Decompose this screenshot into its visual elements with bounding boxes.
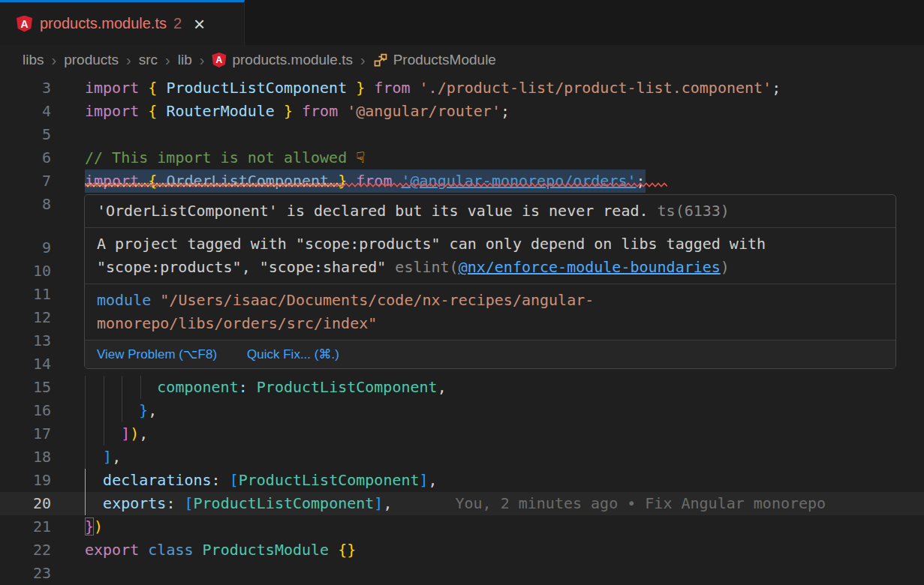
symbol-class-icon — [373, 52, 388, 68]
code-line-content[interactable]: // This import is not allowed ☟ — [85, 146, 924, 170]
indent-guide — [85, 446, 86, 469]
line-number[interactable]: 20 — [0, 492, 51, 515]
indent-guide — [104, 422, 104, 446]
breadcrumb-item-products[interactable]: products — [64, 52, 119, 68]
line-number[interactable]: 14 — [0, 352, 51, 376]
active-indent-guide — [85, 492, 86, 515]
breadcrumb-item-products-module-ts[interactable]: products.module.ts — [232, 52, 353, 68]
code-line-content[interactable] — [85, 123, 924, 146]
code-line-content[interactable]: component: ProductListComponent, — [85, 376, 924, 399]
code-line-content[interactable]: exports: [ProductListComponent],You, 2 m… — [85, 492, 924, 515]
breadcrumb-separator: › — [52, 52, 57, 69]
tab-title: products.module.ts — [40, 15, 167, 32]
breadcrumb-item-productsmodule[interactable]: ProductsModule — [393, 52, 496, 68]
line-number[interactable]: 13 — [0, 329, 51, 352]
code-line: 21}) — [0, 515, 924, 538]
indent-guide — [104, 376, 104, 399]
breadcrumb-item-libs[interactable]: libs — [23, 52, 44, 68]
line-number[interactable]: 18 — [0, 446, 51, 469]
code-line-content[interactable]: }, — [85, 399, 924, 422]
line-number[interactable]: 9 — [0, 236, 51, 260]
hover-message: 'OrderListComponent' is declared but its… — [85, 195, 895, 228]
breadcrumb-separator: › — [200, 52, 205, 69]
code-line: 23 — [0, 562, 924, 585]
indent-guide — [122, 376, 122, 399]
breadcrumb-separator: › — [126, 52, 131, 69]
code-line-content[interactable]: ]), — [85, 422, 924, 446]
code-line: 7import { OrderListComponent } from '@an… — [0, 170, 924, 193]
active-indent-guide — [85, 469, 86, 492]
angular-icon: A — [17, 16, 32, 32]
indent-guide — [140, 376, 141, 399]
code-line: 19 declarations: [ProductListComponent], — [0, 469, 924, 492]
breadcrumb: libs›products›src›lib›Aproducts.module.t… — [0, 45, 924, 75]
indent-guide — [85, 422, 86, 446]
line-number[interactable]: 12 — [0, 306, 51, 329]
line-number[interactable]: 5 — [0, 123, 51, 146]
code-editor: 3import { ProductListComponent } from '.… — [0, 75, 924, 585]
indent-guide — [85, 399, 86, 422]
highlighted-range: import { OrderListComponent } from '@ang… — [85, 170, 646, 193]
code-line: 20 exports: [ProductListComponent],You, … — [0, 492, 924, 515]
action-quick[interactable]: Quick Fix... (⌘.) — [247, 346, 339, 362]
code-line: 16 }, — [0, 399, 924, 422]
hover-message: A project tagged with "scope:products" c… — [85, 228, 895, 284]
line-number[interactable]: 16 — [0, 399, 51, 422]
angular-icon: A — [212, 52, 226, 68]
line-number[interactable]: 7 — [0, 170, 51, 193]
git-blame-annotation: You, 2 minutes ago • Fix Angular monorep… — [455, 494, 826, 512]
code-line-content[interactable]: ], — [85, 446, 924, 469]
tab-products-module[interactable]: A products.module.ts 2 × — [0, 0, 245, 45]
line-number[interactable]: 3 — [0, 76, 51, 100]
line-number[interactable]: 23 — [0, 562, 51, 585]
action-view[interactable]: View Problem (⌥F8) — [97, 346, 217, 362]
line-number[interactable]: 21 — [0, 515, 51, 538]
line-number[interactable]: 11 — [0, 283, 51, 306]
line-number[interactable]: 4 — [0, 100, 51, 123]
code-line: 5 — [0, 123, 924, 146]
line-number[interactable]: 6 — [0, 146, 51, 170]
breadcrumb-item-src[interactable]: src — [139, 52, 158, 68]
line-number[interactable]: 19 — [0, 469, 51, 492]
eslint-rule-link[interactable]: @nx/enforce-module-boundaries — [459, 258, 721, 276]
indent-guide — [104, 399, 104, 422]
code-line-content[interactable]: export class ProductsModule {} — [85, 538, 924, 562]
breadcrumb-item-lib[interactable]: lib — [178, 52, 192, 68]
breadcrumb-separator: › — [165, 52, 170, 69]
code-line-content[interactable]: import { OrderListComponent } from '@ang… — [85, 170, 924, 193]
code-line: 4import { RouterModule } from '@angular/… — [0, 100, 924, 123]
line-number[interactable]: 17 — [0, 422, 51, 446]
line-number[interactable]: 15 — [0, 376, 51, 399]
code-line-content[interactable] — [85, 562, 924, 585]
code-line-content[interactable]: import { RouterModule } from '@angular/r… — [85, 100, 924, 123]
code-line-content[interactable]: }) — [85, 515, 924, 538]
diagnostic-hover-popup: 'OrderListComponent' is declared but its… — [84, 194, 896, 369]
line-number[interactable]: 22 — [0, 538, 51, 562]
indent-guide — [85, 376, 86, 399]
hover-action-bar: View Problem (⌥F8)Quick Fix... (⌘.) — [85, 340, 895, 368]
tab-bar: A products.module.ts 2 × — [0, 0, 924, 45]
indent-guide — [122, 399, 122, 422]
line-number[interactable]: 10 — [0, 260, 51, 283]
code-line: 6// This import is not allowed ☟ — [0, 146, 924, 170]
code-line: 15 component: ProductListComponent, — [0, 376, 924, 399]
line-number[interactable]: 8 — [0, 193, 51, 216]
code-line: 22export class ProductsModule {} — [0, 538, 924, 562]
hover-message: module "/Users/isaac/Documents/code/nx-r… — [85, 284, 895, 340]
code-line-content[interactable]: declarations: [ProductListComponent], — [85, 469, 924, 492]
code-line-content[interactable]: import { ProductListComponent } from './… — [85, 76, 924, 100]
tab-problem-count: 2 — [173, 15, 182, 32]
close-icon[interactable]: × — [194, 16, 205, 32]
code-line: 18 ], — [0, 446, 924, 469]
breadcrumb-separator: › — [360, 52, 366, 69]
code-line: 17 ]), — [0, 422, 924, 446]
code-line: 3import { ProductListComponent } from '.… — [0, 76, 924, 100]
